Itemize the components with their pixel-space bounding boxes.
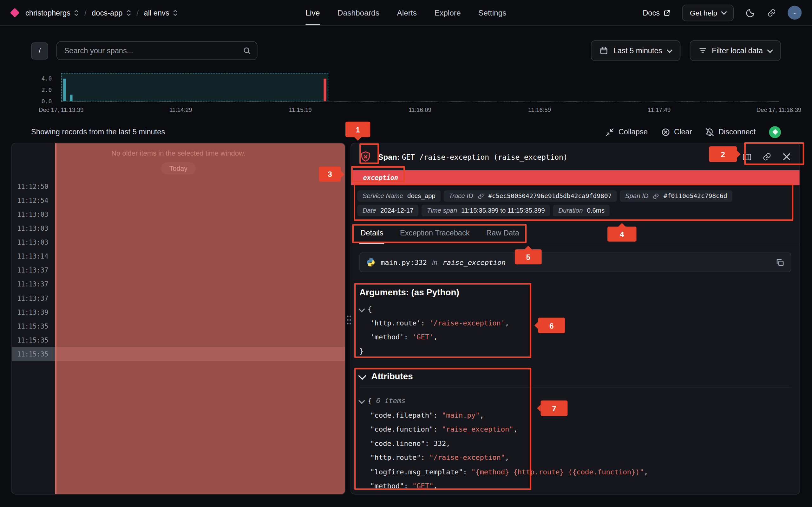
collapse-caret[interactable]: [359, 302, 368, 316]
code-line: "code.filepath": "main.py",: [359, 408, 792, 422]
chevron-down-icon: [666, 47, 672, 53]
span-time: 11:13:37: [17, 294, 51, 302]
tab-dashboards[interactable]: Dashboards: [338, 0, 379, 25]
tab-raw-data[interactable]: Raw Data: [485, 226, 520, 244]
detail-header: Span: GET /raise-exception (raise_except…: [351, 143, 800, 170]
exception-banner-label: exception: [363, 174, 398, 181]
theme-toggle-button[interactable]: [745, 8, 756, 18]
code-token: "raise_exception": [442, 425, 513, 433]
external-link-icon: [664, 9, 671, 16]
chip-label: Duration: [558, 207, 583, 214]
span-time: 11:15:35: [17, 336, 51, 344]
python-icon: [366, 258, 375, 267]
close-detail-button[interactable]: [782, 152, 791, 161]
panel-resize-handle[interactable]: [346, 315, 352, 325]
y-tick-label: 2.0: [42, 87, 52, 93]
get-help-button[interactable]: Get help: [682, 4, 734, 21]
span-list-panel: No older items in the selected time wind…: [11, 143, 345, 495]
search-input[interactable]: [56, 42, 257, 60]
histogram-bar: [70, 95, 72, 101]
filter-label: Filter local data: [712, 47, 763, 55]
code-token: ,: [433, 333, 438, 341]
selection-window[interactable]: [61, 73, 328, 101]
tab-explore[interactable]: Explore: [435, 0, 461, 25]
nav-right-actions: Docs Get help -: [643, 4, 802, 21]
tab-exception-traceback[interactable]: Exception Traceback: [399, 226, 471, 244]
code-line: }: [359, 344, 792, 358]
link-icon: [477, 193, 484, 199]
code-function-name: raise_exception: [443, 258, 506, 267]
chip-row-1: Service Namedocs_appTrace ID#c5ec5005042…: [357, 190, 794, 202]
logfire-logo-icon[interactable]: [10, 8, 20, 17]
disconnect-button[interactable]: Disconnect: [705, 127, 756, 136]
span-time: 11:15:35: [17, 350, 51, 358]
code-token: 'GET': [412, 333, 433, 341]
tab-alerts[interactable]: Alerts: [397, 0, 417, 25]
collapse-caret[interactable]: [359, 394, 368, 408]
link-icon-wrap[interactable]: [477, 193, 484, 199]
tab-live[interactable]: Live: [305, 0, 320, 25]
histogram-plot[interactable]: [61, 73, 779, 102]
tab-details[interactable]: Details: [359, 226, 385, 244]
histogram-bar: [63, 78, 66, 101]
arguments-title: Arguments: (as Python): [359, 288, 792, 298]
tab-settings[interactable]: Settings: [478, 0, 506, 25]
close-icon: [782, 152, 791, 161]
y-tick-label: 4.0: [42, 75, 52, 82]
chip-value: docs_app: [407, 192, 436, 200]
span-time: 11:15:35: [17, 322, 51, 330]
code-line: "code.function": "raise_exception",: [359, 422, 792, 436]
live-indicator[interactable]: [769, 126, 781, 138]
slash-shortcut-hint: /: [31, 42, 48, 59]
arguments-code: {'http.route': '/raise-exception','metho…: [359, 302, 792, 358]
breadcrumb-env-label: all envs: [144, 9, 169, 17]
span-time: 11:13:03: [17, 225, 51, 232]
collapse-button[interactable]: Collapse: [606, 127, 648, 136]
code-token: "{method} {http.route} ({code.function})…: [471, 467, 644, 475]
filter-icon: [699, 47, 707, 55]
chevron-down-icon: [358, 372, 366, 380]
copy-code-location-button[interactable]: [776, 258, 785, 267]
circle-x-icon: [661, 127, 670, 136]
code-line: {: [359, 302, 792, 316]
avatar[interactable]: -: [788, 6, 802, 20]
chevron-down-icon: [358, 306, 365, 313]
time-range-button[interactable]: Last 5 minutes: [591, 40, 680, 61]
code-token: "code.function": [370, 425, 433, 433]
attributes-header[interactable]: Attributes: [359, 372, 792, 388]
search-icon: [243, 47, 251, 55]
span-time: 11:13:03: [17, 239, 51, 246]
code-token: "logfire.msg_template": [370, 467, 463, 475]
span-row[interactable]: 11:15:35docs_app◆GET /raise-exception …e…: [12, 347, 345, 361]
code-line: "http.route": "/raise-exception",: [359, 451, 792, 465]
breadcrumb-env[interactable]: all envs: [144, 9, 178, 17]
span-metadata: Service Namedocs_appTrace ID#c5ec5005042…: [351, 185, 800, 223]
filter-button[interactable]: Filter local data: [690, 40, 781, 61]
logfire-app: christophergs docs-app all envs Live Das…: [0, 0, 812, 507]
code-token: "method": [370, 482, 404, 490]
breadcrumb-separator: [137, 9, 139, 17]
diamond-icon: [772, 129, 778, 135]
status-row: Showing records from the last 5 minutes …: [31, 125, 781, 138]
breadcrumb-org[interactable]: christophergs: [26, 9, 79, 17]
main-content: No older items in the selected time wind…: [11, 143, 801, 495]
chip-label: Service Name: [362, 192, 403, 200]
docs-link[interactable]: Docs: [643, 9, 670, 17]
clear-button[interactable]: Clear: [661, 127, 692, 136]
bell-slash-icon: [705, 127, 714, 136]
time-range-label: Last 5 minutes: [613, 47, 662, 55]
code-file-line: main.py:332: [380, 258, 427, 267]
copy-span-link-button[interactable]: [762, 152, 771, 161]
breadcrumb: christophergs docs-app all envs: [26, 9, 178, 17]
span-rows: 11:12:50docs_app◆GET /livereload/1270363…: [12, 180, 345, 361]
open-in-panel-button[interactable]: [742, 152, 752, 162]
chip-row-2: Date2024-12-17Time span11:15:35.399 to 1…: [357, 205, 794, 216]
toolbar-right: Last 5 minutes Filter local data: [591, 40, 781, 61]
share-link-button[interactable]: [767, 8, 776, 17]
span-time: 11:13:37: [17, 280, 51, 288]
code-token: :: [433, 411, 442, 419]
link-icon-wrap[interactable]: [653, 193, 659, 199]
detail-body: main.py:332 in raise_exception Arguments…: [351, 244, 800, 495]
breadcrumb-project[interactable]: docs-app: [92, 9, 131, 17]
status-actions: Collapse Clear Disconnect: [606, 126, 781, 138]
